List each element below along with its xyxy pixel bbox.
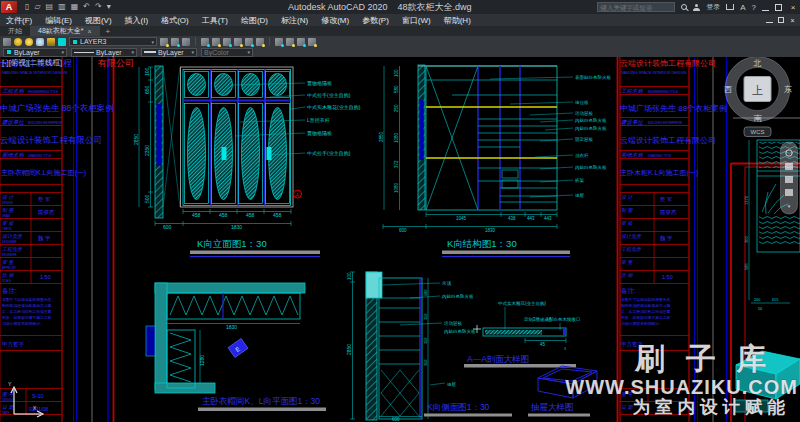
layer-on-icon[interactable] [14,38,22,46]
maximize-button[interactable] [775,4,782,11]
minimize-button[interactable] [762,10,769,11]
search-icon[interactable] [681,4,687,10]
menu-tools[interactable]: 工具(T) [202,15,228,26]
new-icon[interactable]: ▯ [25,2,29,12]
svg-text:600: 600 [399,228,407,233]
autodesk-account-icon[interactable]: A [740,3,745,12]
qat-dropdown-icon[interactable]: ▾ [107,2,111,12]
user-icon[interactable] [693,4,700,11]
svg-text:443: 443 [544,216,552,221]
search-input[interactable] [597,2,675,12]
svg-text:CHECK: CHECK [2,227,12,231]
svg-text:DRAWING TITLE: DRAWING TITLE [648,154,671,158]
tab-close-icon[interactable]: × [88,28,92,35]
menu-bar: 文件(F) 编辑(E) 视图(V) 插入(I) 格式(O) 工具(T) 绘图(D… [0,14,800,26]
svg-text:615: 615 [772,298,778,302]
svg-text:1830: 1830 [485,228,496,233]
layer-dropdown[interactable]: LAYER3 ▾ [69,37,157,46]
menu-window[interactable]: 窗口(W) [402,15,431,26]
menu-file[interactable]: 文件(F) [6,15,32,26]
drawing-name: 主卧木柜K.L向施工图(一) [620,168,698,177]
navigation-bar[interactable]: ▾ [781,142,798,214]
toolbar-separator [195,37,196,46]
color-dropdown[interactable]: ByLayer ▾ [3,48,67,57]
close-button[interactable]: × [788,3,798,12]
menu-modify[interactable]: 修改(M) [321,15,349,26]
callout-label: 置物格隔板 [307,130,332,137]
side-section-drawing: 100 2850 580 350 350 350 [346,272,512,422]
svg-text:工，各工种与结构之间须注意: 工，各工种与结构之间须注意 [2,309,52,314]
layer-freeze-icon[interactable] [36,38,44,46]
layer-merge-icon[interactable] [308,38,316,46]
layer-copy-icon[interactable] [286,38,294,46]
signin-link[interactable]: 登录 [706,2,720,12]
doc-close-button[interactable]: × [789,17,796,24]
remark-label: 备注: [2,287,17,295]
saveas-icon[interactable]: ▥ [58,2,66,12]
tab-drawing-label: 48款衣柜大全* [38,26,84,36]
svg-text:魏 宇: 魏 宇 [660,235,673,242]
drawing-canvas[interactable]: 云端设计装饰工程 有限公司 NANJING SPACE INTERIOR DES… [0,57,800,422]
new-tab-button[interactable]: + [100,26,117,36]
layer-unlock-icon[interactable] [256,38,264,46]
lineweight-dropdown[interactable]: ByLayer ▾ [141,48,197,57]
menu-dimension[interactable]: 标注(N) [281,15,308,26]
svg-text:DWG NO: DWG NO [2,398,15,402]
svg-text:1:50: 1:50 [662,274,673,280]
layer-make-current-icon[interactable] [160,38,168,46]
layer-previous-icon[interactable] [171,38,179,46]
layer-lock2-icon[interactable] [245,38,253,46]
save-icon[interactable]: ▤ [46,2,54,12]
tab-drawing[interactable]: 48款衣柜大全* × [30,26,100,36]
help-icon[interactable]: ? [752,3,756,12]
redo-icon[interactable]: ↷ [95,2,102,12]
layer-unisolate-icon[interactable] [212,38,220,46]
callout-label: 抽屉 [574,193,585,198]
menu-insert[interactable]: 插入(I) [125,15,149,26]
drawing-name: 主卧衣帽间K.L向施工图(一) [1,168,86,177]
viewport-controls[interactable]: [-][俯视][二维线框] [2,58,62,67]
menu-edit[interactable]: 编辑(E) [45,15,72,26]
svg-text:1080: 1080 [394,132,399,143]
svg-text:设计负责: 设计负责 [2,233,23,239]
company-name: 云端设计装饰工程有限公司 [620,59,716,68]
layer-color-swatch[interactable] [58,38,66,46]
plot-icon[interactable]: ▦ [71,2,79,12]
doc-minimize-button[interactable] [766,22,773,23]
layer-properties-icon[interactable] [3,38,11,46]
undo-icon[interactable]: ↶ [83,2,90,12]
layer-off-icon[interactable] [223,38,231,46]
layer-walk-icon[interactable] [297,38,305,46]
layer-match-icon[interactable] [275,38,283,46]
layer-thaw-icon[interactable] [25,38,33,46]
open-icon[interactable]: ▱ [34,2,40,12]
drawing-title: 抽屉大样图 [530,402,574,412]
layer-lock-icon[interactable] [47,38,55,46]
viewcube[interactable]: 上 北 南 西 东 WCS [724,57,792,137]
menu-parametric[interactable]: 参数(P) [362,15,389,26]
callout-label: 内贴白色防火板 [575,125,607,131]
svg-text:工程负责: 工程负责 [2,246,23,252]
callout-label: 裤架 [574,178,585,183]
layer-freeze2-icon[interactable] [234,38,242,46]
menu-format[interactable]: 格式(O) [161,15,189,26]
svg-text:350: 350 [424,314,428,320]
svg-text:审 核: 审 核 [621,220,633,226]
tab-start[interactable]: 开始 [0,26,30,36]
doc-restore-button[interactable] [778,17,784,23]
menu-view[interactable]: 视图(V) [85,15,112,26]
watermark-url: WWW.SHUAZIKU.COM [565,376,798,398]
svg-text:1080: 1080 [394,182,399,193]
linetype-dropdown[interactable]: ByLayer ▾ [71,48,137,57]
layer-toolbar: LAYER3 ▾ [0,36,800,47]
plan-drawing: 1830 1280 E 主卧衣帽间K、L向平面图1：30 [146,283,326,411]
svg-text:580: 580 [394,85,399,93]
company-name-suffix: 有限公司 [97,58,134,68]
svg-text:650: 650 [144,85,150,94]
app-store-icon[interactable] [726,4,734,10]
autocad-logo-icon[interactable]: A [1,1,17,13]
layer-state-icon[interactable] [182,38,190,46]
menu-draw[interactable]: 绘图(D) [241,15,268,26]
layer-isolate-icon[interactable] [201,38,209,46]
menu-help[interactable]: 帮助(H) [444,15,471,26]
